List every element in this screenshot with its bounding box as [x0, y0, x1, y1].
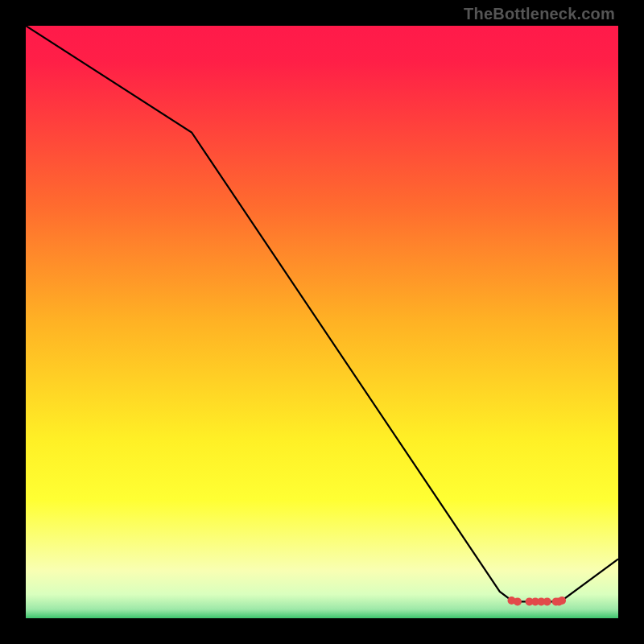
chart-container: TheBottleneck.com: [0, 0, 644, 644]
chart-svg: [26, 26, 618, 618]
data-marker: [514, 597, 522, 605]
data-marker: [558, 597, 566, 605]
data-marker: [543, 597, 551, 605]
plot-area: [26, 26, 618, 618]
attribution-label: TheBottleneck.com: [464, 5, 615, 23]
gradient-background: [26, 26, 618, 618]
